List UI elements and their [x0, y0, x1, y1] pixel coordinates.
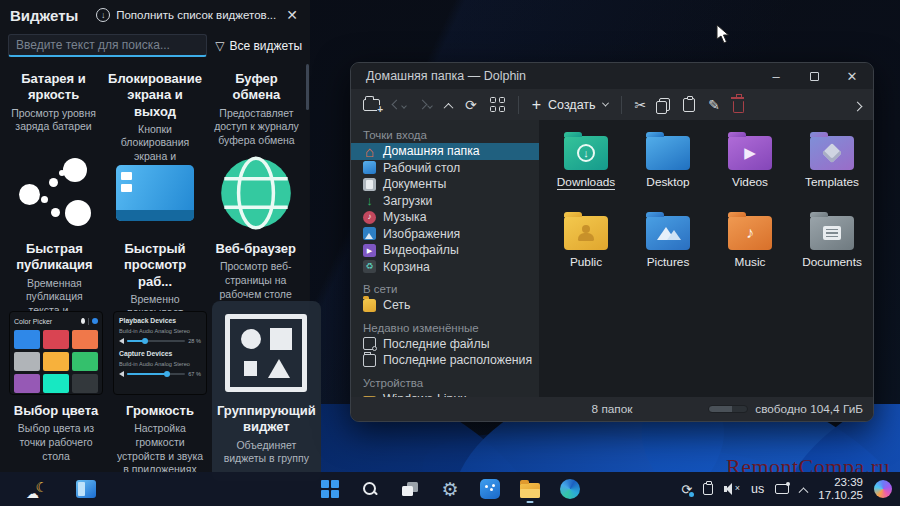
statusbar: 8 папок свободно 104,4 ГиБ: [351, 397, 873, 421]
color-dot-icon: [92, 318, 98, 324]
folder-label: Videos: [732, 175, 768, 189]
clock[interactable]: 23:39 17.10.25: [818, 476, 863, 502]
document-icon: [363, 178, 376, 191]
copilot-icon[interactable]: [874, 480, 892, 498]
clipboard-tray-icon[interactable]: [703, 483, 713, 495]
folder-item-public[interactable]: Public: [545, 206, 627, 286]
widget-card-title: Блокирование экрана и выход: [108, 71, 202, 120]
place-recent-locations[interactable]: Последние расположения: [351, 352, 539, 369]
up-button[interactable]: [445, 96, 452, 114]
mic-icon: [119, 371, 124, 377]
color-picker-preview: Color Picker: [9, 309, 103, 397]
capture-percent: 67 %: [188, 371, 201, 377]
music-folder-icon: ♪: [728, 216, 772, 250]
tray-expand-chevron[interactable]: [799, 487, 809, 497]
settings-gear-icon[interactable]: ⚙: [438, 475, 462, 503]
discover-store-icon[interactable]: [478, 475, 502, 503]
folder-item-documents[interactable]: Documents: [791, 206, 873, 286]
get-new-widgets-label: Пополнить список виджетов...: [116, 9, 276, 21]
widget-card-desc: Предоставляет доступ к журналу буфера об…: [212, 107, 301, 148]
image-icon: [363, 227, 376, 240]
folder-item-pictures[interactable]: Pictures: [627, 206, 709, 286]
clock-time: 23:39: [818, 476, 863, 489]
folder-label: Desktop: [646, 175, 689, 189]
close-icon[interactable]: ✕: [284, 7, 300, 23]
back-button[interactable]: [393, 101, 406, 108]
disk-usage-bar: [708, 405, 748, 413]
scrollbar-thumb[interactable]: [306, 64, 309, 110]
volume-mixer-preview: Playback Devices Build-in Audio Analog S…: [113, 309, 207, 397]
mouse-cursor: [716, 24, 731, 45]
folder-item-downloads[interactable]: ↓ Downloads: [545, 126, 627, 206]
place-downloads[interactable]: ↓Загрузки: [351, 193, 539, 210]
start-button[interactable]: [318, 475, 342, 503]
folder-view[interactable]: ↓ Downloads Desktop ▶ Videos Templates: [539, 120, 873, 397]
public-folder-icon: [564, 216, 608, 250]
place-desktop[interactable]: Рабочий стол: [351, 160, 539, 177]
taskbar: ☾☁ ⚙ ⟳ × us 23:39 17.10.25: [0, 472, 900, 506]
copy-icon[interactable]: [659, 98, 670, 111]
widget-card-row-1: Батарея и яркость Просмотр уровня заряда…: [0, 67, 310, 143]
place-trash[interactable]: ♻Корзина: [351, 259, 539, 276]
desktop-screen-icon: [116, 151, 194, 235]
minimize-button[interactable]: –: [761, 66, 791, 86]
rename-icon[interactable]: ✎: [708, 98, 720, 112]
refresh-icon[interactable]: ⟳: [465, 98, 477, 112]
place-documents[interactable]: Документы: [351, 176, 539, 193]
volume-muted-icon[interactable]: ×: [724, 483, 740, 495]
widget-search-input[interactable]: [8, 34, 207, 57]
plasma-widget-icon[interactable]: [76, 480, 96, 498]
overflow-menu-icon[interactable]: [854, 96, 861, 114]
color-picker-title: Color Picker: [14, 318, 52, 325]
pictures-folder-icon: [646, 216, 690, 250]
templates-folder-icon: [810, 136, 854, 170]
place-music[interactable]: ♪Музыка: [351, 209, 539, 226]
video-icon: ▶: [363, 244, 376, 257]
place-network[interactable]: Сеть: [351, 297, 539, 314]
task-view-icon[interactable]: [398, 475, 422, 503]
close-button[interactable]: ✕: [837, 66, 867, 86]
widget-filter-button[interactable]: ▽ Все виджеты: [215, 39, 302, 53]
folder-item-templates[interactable]: Templates: [791, 126, 873, 206]
get-new-widgets-button[interactable]: ↓ Пополнить список виджетов...: [96, 8, 276, 22]
forward-button[interactable]: [419, 101, 432, 108]
folder-item-music[interactable]: ♪ Music: [709, 206, 791, 286]
titlebar[interactable]: Домашняя папка — Dolphin – ✕: [351, 63, 873, 89]
cut-icon[interactable]: ✂: [635, 98, 647, 112]
view-mode-icon[interactable]: [490, 97, 505, 112]
plus-icon: +: [532, 96, 541, 114]
create-new-button[interactable]: + Создать: [532, 96, 608, 114]
keyboard-layout[interactable]: us: [751, 482, 764, 496]
place-home[interactable]: ⌂Домашняя папка: [351, 143, 539, 160]
paste-icon[interactable]: [683, 98, 695, 112]
place-pictures[interactable]: Изображения: [351, 226, 539, 243]
place-videos[interactable]: ▶Видеофайлы: [351, 242, 539, 259]
edge-browser-icon[interactable]: [558, 475, 582, 503]
display-tray-icon[interactable]: [775, 484, 789, 494]
dolphin-window: Домашняя папка — Dolphin – ✕ ⟳ + Создать…: [350, 62, 874, 422]
updates-tray-icon[interactable]: ⟳: [681, 482, 692, 497]
search-icon[interactable]: [358, 475, 382, 503]
folder-label: Pictures: [647, 255, 690, 269]
widget-card-row-2: Быстрая публикация Временная публикация …: [0, 143, 310, 301]
places-section-label: Точки входа: [351, 126, 539, 143]
toolbar-separator: [518, 96, 519, 114]
desktop-folder-icon: [646, 136, 690, 170]
place-recent-files[interactable]: Последние файлы: [351, 336, 539, 353]
trash-icon: ♻: [363, 260, 376, 273]
widget-card-color-picker[interactable]: Color Picker Выбор цвета Выбор цвета из …: [4, 301, 108, 481]
weather-icon[interactable]: ☾☁: [26, 479, 48, 499]
widget-card-volume[interactable]: Playback Devices Build-in Audio Analog S…: [108, 301, 212, 481]
widget-card-desc: Просмотр уровня заряда батареи: [9, 107, 98, 134]
folder-item-videos[interactable]: ▶ Videos: [709, 126, 791, 206]
folder-label: Templates: [805, 175, 859, 189]
maximize-button[interactable]: [799, 66, 829, 86]
trash-icon[interactable]: [733, 101, 744, 113]
device-label: Build-in Audio Analog Stereo: [119, 361, 201, 367]
folder-item-desktop[interactable]: Desktop: [627, 126, 709, 206]
widget-card-grouping[interactable]: Группирующий виджет Объединяет виджеты в…: [212, 301, 321, 481]
file-manager-icon[interactable]: [518, 475, 542, 503]
new-tab-icon[interactable]: [363, 99, 380, 111]
window-title: Домашняя папка — Dolphin: [366, 69, 526, 83]
running-indicator: [527, 501, 534, 504]
